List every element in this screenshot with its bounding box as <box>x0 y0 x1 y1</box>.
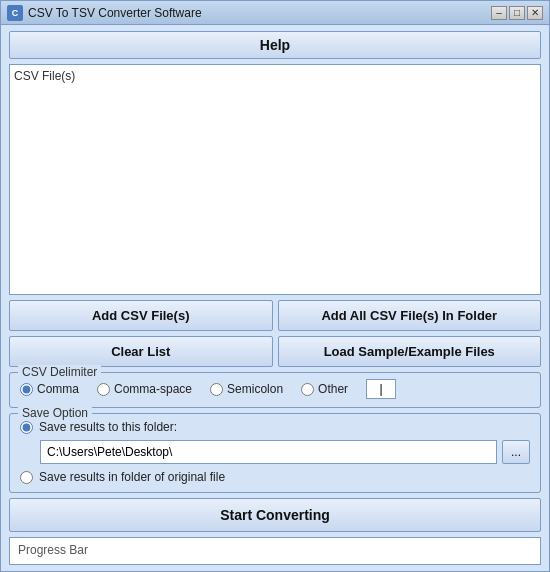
save-original-label: Save results in folder of original file <box>39 470 225 484</box>
save-folder-radio[interactable] <box>20 421 33 434</box>
save-option-group: Save Option Save results to this folder:… <box>9 413 541 493</box>
start-converting-button[interactable]: Start Converting <box>9 498 541 532</box>
progress-bar-container: Progress Bar <box>9 537 541 565</box>
help-button[interactable]: Help <box>9 31 541 59</box>
window-controls: – □ ✕ <box>491 6 543 20</box>
window-title: CSV To TSV Converter Software <box>28 6 491 20</box>
delimiter-comma-label: Comma <box>37 382 79 396</box>
delimiter-comma-space-radio[interactable] <box>97 383 110 396</box>
title-bar: C CSV To TSV Converter Software – □ ✕ <box>1 1 549 25</box>
delimiter-group-title: CSV Delimiter <box>18 365 101 379</box>
delimiter-other-input[interactable] <box>366 379 396 399</box>
delimiter-comma-radio[interactable] <box>20 383 33 396</box>
folder-path-input[interactable] <box>40 440 497 464</box>
browse-button[interactable]: ... <box>502 440 530 464</box>
delimiter-other[interactable]: Other <box>301 382 348 396</box>
minimize-button[interactable]: – <box>491 6 507 20</box>
folder-path-row: ... <box>20 440 530 464</box>
save-option-1-row: Save results to this folder: <box>20 420 530 434</box>
delimiter-other-radio[interactable] <box>301 383 314 396</box>
add-all-csv-button[interactable]: Add All CSV File(s) In Folder <box>278 300 542 331</box>
save-original-radio[interactable] <box>20 471 33 484</box>
clear-load-buttons-row: Clear List Load Sample/Example Files <box>9 336 541 367</box>
load-sample-button[interactable]: Load Sample/Example Files <box>278 336 542 367</box>
delimiter-semicolon[interactable]: Semicolon <box>210 382 283 396</box>
add-csv-button[interactable]: Add CSV File(s) <box>9 300 273 331</box>
delimiter-comma[interactable]: Comma <box>20 382 79 396</box>
app-icon: C <box>7 5 23 21</box>
save-folder-label: Save results to this folder: <box>39 420 177 434</box>
clear-list-button[interactable]: Clear List <box>9 336 273 367</box>
delimiter-semicolon-label: Semicolon <box>227 382 283 396</box>
delimiter-comma-space-label: Comma-space <box>114 382 192 396</box>
delimiter-semicolon-radio[interactable] <box>210 383 223 396</box>
delimiter-comma-space[interactable]: Comma-space <box>97 382 192 396</box>
close-button[interactable]: ✕ <box>527 6 543 20</box>
save-option-group-title: Save Option <box>18 406 92 420</box>
file-list-label: CSV File(s) <box>14 69 536 83</box>
save-option-2-row: Save results in folder of original file <box>20 470 530 484</box>
restore-button[interactable]: □ <box>509 6 525 20</box>
save-option-content: Save results to this folder: ... Save re… <box>20 420 530 484</box>
delimiter-group: CSV Delimiter Comma Comma-space Semicolo… <box>9 372 541 408</box>
file-list-container: CSV File(s) <box>9 64 541 295</box>
delimiter-radio-row: Comma Comma-space Semicolon Other <box>20 379 530 399</box>
progress-bar-label: Progress Bar <box>18 543 88 557</box>
main-window: C CSV To TSV Converter Software – □ ✕ He… <box>0 0 550 572</box>
delimiter-other-label: Other <box>318 382 348 396</box>
main-content: Help CSV File(s) Add CSV File(s) Add All… <box>1 25 549 571</box>
add-buttons-row: Add CSV File(s) Add All CSV File(s) In F… <box>9 300 541 331</box>
